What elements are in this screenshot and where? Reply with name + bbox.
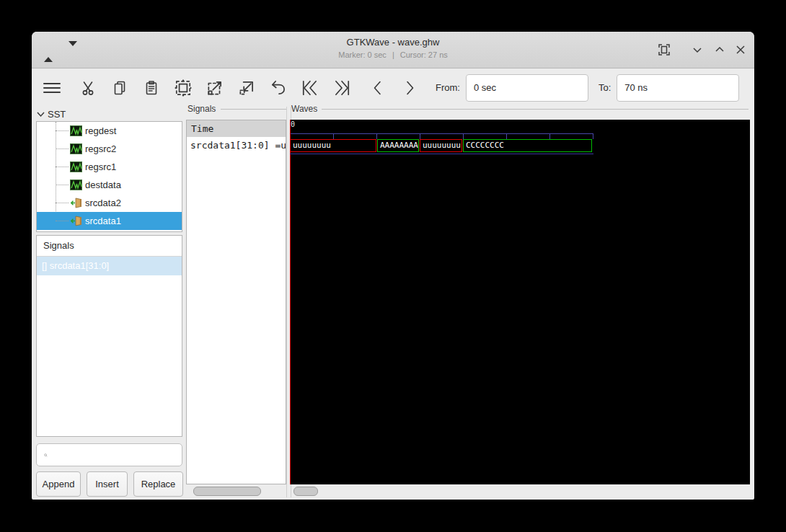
append-button[interactable]: Append: [36, 471, 81, 497]
signals-frame-rule: [221, 109, 286, 110]
paste-button[interactable]: [141, 77, 162, 99]
signal-icon: [70, 143, 82, 154]
from-input[interactable]: [466, 74, 588, 102]
zoom-in-button[interactable]: [205, 77, 225, 99]
tree-stub: [56, 148, 69, 149]
tree-item-regsrc1[interactable]: regsrc1: [37, 158, 182, 176]
signals-list-item-selected[interactable]: [] srcdata1[31:0]: [37, 257, 182, 275]
roll-down-button[interactable]: [688, 41, 707, 58]
zoom-fit-button[interactable]: [173, 77, 193, 99]
wave-segment-2: AAAAAAAA: [377, 139, 419, 152]
tree-stub: [56, 221, 69, 221]
time-header: Time: [187, 120, 286, 137]
tree-stub: [56, 130, 69, 131]
tree-stub: [56, 185, 69, 185]
skip-to-end-icon: [332, 79, 351, 97]
signals-name-panel[interactable]: Time srcdata1[31:0] =uu: [186, 120, 286, 484]
desktop-background: GTKWave - wave.ghw Marker: 0 sec|Cursor:…: [0, 0, 786, 532]
trace-underline: [290, 154, 593, 154]
gtkwave-window: GTKWave - wave.ghw Marker: 0 sec|Cursor:…: [32, 32, 754, 500]
zoom-in-icon: [206, 79, 224, 97]
cursor-status: Cursor: 27 ns: [400, 50, 448, 59]
tree-item-srcdata2[interactable]: srcdata2: [37, 194, 182, 212]
chevron-left-icon: [369, 79, 387, 97]
reload-icon: [751, 78, 754, 98]
undo-icon: [269, 79, 288, 97]
step-forward-button[interactable]: [399, 77, 420, 99]
toolbar: From: To:: [32, 68, 754, 107]
tree-item-srcdata1-selected[interactable]: srcdata1: [37, 212, 182, 230]
wave-segment-4: CCCCCCCC: [463, 139, 592, 152]
action-buttons: Append Insert Replace: [36, 471, 183, 497]
close-button[interactable]: [731, 41, 750, 58]
skip-to-end-button[interactable]: [332, 77, 352, 99]
sst-label: SST: [48, 109, 66, 120]
status-separator: |: [392, 50, 394, 59]
to-input[interactable]: [617, 74, 739, 102]
signal-search[interactable]: [36, 443, 182, 466]
zoom-out-icon: [237, 79, 256, 97]
zoom-fit-icon: [174, 79, 193, 97]
zoom-out-button[interactable]: [237, 77, 257, 99]
sst-tree-header[interactable]: SST: [36, 107, 66, 121]
chevron-up-icon: [714, 44, 725, 56]
port-icon: [70, 198, 82, 208]
tree-item-regdest[interactable]: regdest: [37, 122, 182, 140]
chevron-down-icon: [692, 44, 703, 56]
fullscreen-button[interactable]: [655, 41, 674, 58]
tree-stub: [56, 167, 69, 167]
marker-line: [290, 120, 291, 484]
search-icon: [44, 450, 48, 461]
replace-button[interactable]: Replace: [133, 471, 183, 497]
tree-stub: [56, 203, 69, 203]
signals-list-header: Signals: [37, 236, 182, 257]
to-label: To:: [599, 82, 611, 93]
titlebar[interactable]: GTKWave - wave.ghw Marker: 0 sec|Cursor:…: [32, 32, 754, 68]
signals-hscrollbar-thumb[interactable]: [193, 487, 261, 496]
step-back-button[interactable]: [368, 77, 388, 99]
from-label: From:: [436, 82, 460, 93]
tree-item-regsrc2[interactable]: regsrc2: [37, 140, 182, 158]
signal-value-row[interactable]: srcdata1[31:0] =uu: [187, 137, 286, 154]
signal-icon: [70, 161, 82, 172]
chevron-right-icon: [401, 79, 418, 97]
window-title: GTKWave - wave.ghw: [32, 37, 754, 48]
waves-hscrollbar[interactable]: [290, 484, 750, 497]
copy-button[interactable]: [110, 77, 130, 99]
reload-button[interactable]: [751, 77, 754, 99]
close-icon: [736, 45, 746, 55]
paste-icon: [143, 79, 160, 97]
wave-canvas[interactable]: 0 uuuuuuuu AAAAAAAA uuuuuuuu CCCCCCCC: [290, 120, 750, 484]
window-status: Marker: 0 sec|Cursor: 27 ns: [32, 50, 754, 59]
cut-button[interactable]: [78, 77, 98, 99]
skip-to-start-button[interactable]: [300, 77, 320, 99]
waves-hscrollbar-thumb[interactable]: [293, 487, 318, 496]
skip-to-start-icon: [301, 79, 319, 97]
menu-button[interactable]: [42, 77, 62, 99]
sst-tree: regdest regsrc2 regsrc1 destdata: [36, 121, 182, 232]
menu-icon: [42, 79, 62, 97]
wave-segment-3: uuuuuuuu: [420, 139, 462, 152]
expander-chevron-icon: [36, 110, 45, 119]
wave-segment-1: uuuuuuuu: [290, 139, 376, 152]
copy-icon: [111, 79, 128, 97]
port-icon: [70, 216, 82, 226]
cut-icon: [79, 79, 97, 97]
signals-list-panel: Signals [] srcdata1[31:0]: [36, 235, 182, 437]
signal-icon: [70, 125, 82, 136]
signal-icon: [70, 179, 82, 190]
undo-button[interactable]: [268, 77, 288, 99]
marker-status: Marker: 0 sec: [338, 50, 387, 59]
timescale-origin-label: 0: [291, 120, 295, 128]
fullscreen-icon: [658, 43, 671, 56]
signals-frame-label: Signals: [187, 104, 218, 114]
time-ruler-ticks: [290, 133, 593, 139]
sidebar: SST regdest regsrc2 regsrc1: [36, 107, 182, 497]
search-input[interactable]: [52, 445, 182, 464]
insert-button[interactable]: Insert: [87, 471, 128, 497]
tree-item-destdata[interactable]: destdata: [37, 176, 182, 194]
waves-frame-label: Waves: [291, 104, 320, 114]
roll-up-button[interactable]: [710, 41, 729, 58]
waves-frame-rule: [322, 109, 749, 110]
signals-hscrollbar[interactable]: [189, 484, 283, 497]
